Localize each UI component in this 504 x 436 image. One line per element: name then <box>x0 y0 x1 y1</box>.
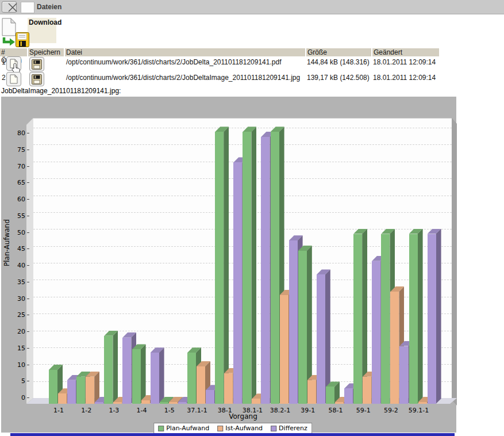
floppy-disk-icon <box>32 59 42 70</box>
column-header-file: Datei <box>65 48 305 56</box>
bar-front-face <box>86 377 94 404</box>
row-number: 1 <box>2 58 6 66</box>
legend-label: Plan-Aufwand <box>166 424 209 432</box>
window-title: Dateien <box>37 3 61 11</box>
bar-front-face <box>160 402 168 404</box>
bar-front-face <box>399 346 408 404</box>
y-tick-mark <box>27 166 29 167</box>
close-button[interactable] <box>2 1 17 13</box>
title-bar: Dateien <box>0 0 504 14</box>
bar-front-face <box>335 402 344 404</box>
bar-front-face <box>224 373 233 404</box>
y-tick-mark <box>27 199 29 200</box>
legend-label: Differenz <box>279 424 307 432</box>
y-tick-mark <box>27 381 29 381</box>
y-tick-mark <box>27 348 29 349</box>
save-file-button[interactable] <box>29 72 44 86</box>
download-label: Download <box>29 18 61 26</box>
bar-front-face <box>390 292 399 404</box>
bar-front-face <box>271 132 279 404</box>
bar-differenz <box>151 347 164 404</box>
chart-right-wall <box>452 118 457 410</box>
y-tick-mark <box>27 216 29 216</box>
bar-front-face <box>372 261 380 404</box>
bar-front-face <box>317 274 325 404</box>
y-tick-label: 0 <box>8 394 25 401</box>
bar-front-face <box>58 393 67 404</box>
x-axis-title: Vorgang <box>214 412 272 420</box>
legend-label: Ist-Aufwand <box>225 424 263 432</box>
close-icon <box>6 2 20 13</box>
bar-front-face <box>215 132 224 404</box>
bar-front-face <box>141 400 150 404</box>
bar-front-face <box>243 132 251 404</box>
bar-plan-aufwand <box>104 331 118 404</box>
job-delta-chart-image: 05101520253035404550556065707580 1-11-21… <box>1 97 456 433</box>
open-file-button[interactable] <box>6 72 21 86</box>
bar-front-face <box>49 370 57 404</box>
y-tick-mark <box>27 248 29 249</box>
y-tick-mark <box>27 150 29 150</box>
bar-front-face <box>132 349 141 404</box>
legend-swatch <box>158 426 164 431</box>
column-header-modified: Geändert <box>372 48 439 56</box>
bar-front-face <box>298 251 307 404</box>
bar-front-face <box>169 402 178 404</box>
legend-item: Ist-Aufwand <box>217 424 263 432</box>
y-tick-label: 10 <box>8 361 25 369</box>
bar-front-face <box>95 402 103 404</box>
bar-front-face <box>187 353 196 404</box>
column-header-num-open: # Öffnen <box>0 48 27 56</box>
save-file-button[interactable] <box>29 57 44 71</box>
bar-front-face <box>418 402 427 404</box>
bottom-highlight-strip <box>10 433 455 436</box>
y-tick-mark <box>27 315 29 315</box>
bar-plan-aufwand <box>243 127 256 404</box>
file-path: /opt/continuum/work/361/dist/charts/2/Jo… <box>66 74 300 82</box>
y-tick-mark <box>27 365 29 365</box>
bar-front-face <box>326 387 334 404</box>
bar-front-face <box>289 240 298 404</box>
y-tick-mark <box>27 182 29 183</box>
bar-front-face <box>206 390 214 404</box>
x-tick-label: 59.1-1 <box>402 407 436 414</box>
table-row: 1 /opt/continuum/work/361/dist/charts/2/… <box>0 56 504 71</box>
table-row: 2 /opt/continuum/work/361/dist/charts/2/… <box>0 71 504 86</box>
y-tick-mark <box>27 232 29 233</box>
file-path: /opt/continuum/work/361/dist/charts/2/Jo… <box>66 58 281 66</box>
bar-front-face <box>197 366 205 404</box>
bar-plan-aufwand <box>409 229 423 404</box>
bar-front-face <box>76 377 85 404</box>
row-number: 2 <box>2 74 6 82</box>
y-tick-label: 65 <box>8 179 25 186</box>
bar-front-face <box>363 377 371 404</box>
bar-front-face <box>280 295 288 404</box>
y-tick-mark <box>27 282 29 282</box>
bar-front-face <box>261 137 270 404</box>
floppy-disk-icon <box>32 74 42 85</box>
bar-front-face <box>122 338 131 404</box>
y-tick-label: 55 <box>8 212 25 220</box>
preview-caption: JobDeltaImage_201101181209141.jpg: <box>1 87 121 95</box>
bar-front-face <box>409 234 418 404</box>
chart-left-wall <box>26 118 33 410</box>
bar-front-face <box>307 380 316 404</box>
chart-legend: Plan-AufwandIst-AufwandDifferenz <box>153 423 312 434</box>
bar-front-face <box>113 402 122 404</box>
y-tick-mark <box>27 397 29 398</box>
y-tick-label: 25 <box>8 311 25 319</box>
y-tick-label: 75 <box>8 146 25 154</box>
legend-item: Plan-Aufwand <box>158 424 209 432</box>
document-icon <box>10 74 18 84</box>
y-tick-mark <box>27 331 29 332</box>
export-file-icon <box>2 18 17 47</box>
y-tick-mark <box>27 265 29 266</box>
legend-item: Differenz <box>271 424 307 432</box>
y-tick-label: 35 <box>8 278 25 286</box>
bar-front-face <box>252 399 260 404</box>
y-tick-mark <box>27 299 29 299</box>
y-tick-label: 70 <box>8 163 25 170</box>
bar-front-face <box>428 234 436 404</box>
bar-front-face <box>233 162 242 404</box>
bar-front-face <box>67 380 76 404</box>
